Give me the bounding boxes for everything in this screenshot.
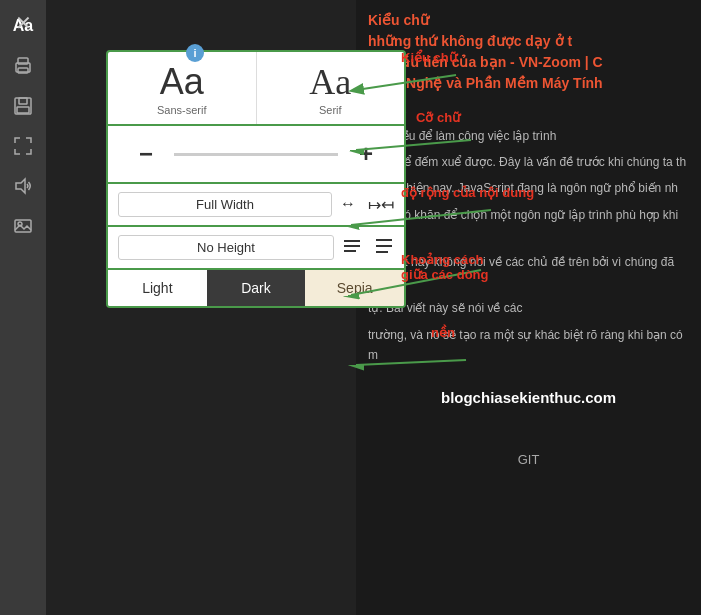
sidebar: ✕ Aa: [0, 0, 46, 615]
article-text-1: rất nhiều để làm công việc lập trình: [368, 126, 689, 146]
width-section: Full Width ↔ ↦↤: [108, 184, 404, 227]
article-text-7: trường, và nó sẽ tạo ra một sự khác biệt…: [368, 325, 689, 366]
article-area: Kiểu chữhhững thứ không được dạy ở tinh …: [356, 0, 701, 615]
compact-lines-svg: [342, 237, 362, 255]
theme-dark-button[interactable]: Dark: [207, 270, 306, 306]
height-icons: [342, 237, 394, 259]
article-git: GIT: [368, 450, 689, 471]
close-button[interactable]: ✕: [8, 8, 38, 38]
decrease-font-button[interactable]: −: [128, 136, 164, 172]
svg-rect-5: [17, 107, 29, 113]
contract-width-icon[interactable]: ↦↤: [368, 195, 394, 214]
font-serif-preview: Aa: [309, 64, 351, 100]
main-content: Kiểu chữhhững thứ không được dạy ở tinh …: [46, 0, 701, 615]
theme-light-button[interactable]: Light: [108, 270, 207, 306]
save-button[interactable]: [5, 88, 41, 124]
font-size-section: − +: [108, 126, 404, 184]
increase-font-button[interactable]: +: [348, 136, 384, 172]
fullscreen-icon: [12, 135, 34, 157]
volume-icon: [12, 175, 34, 197]
line-spacing-compact-icon[interactable]: [342, 237, 362, 259]
article-text-2: lổng thể đếm xuể được. Đây là vấn đề trư…: [368, 152, 689, 172]
article-minutes: minutes: [368, 102, 689, 120]
volume-button[interactable]: [5, 168, 41, 204]
height-section: No Height: [108, 227, 404, 270]
font-section: Aa Sans-serif Aa Serif: [108, 52, 404, 126]
article-text-3: hướng hiện nay. JavaScript đang là ngôn …: [368, 178, 689, 198]
print-button[interactable]: [5, 48, 41, 84]
expand-lines-svg: [374, 237, 394, 255]
font-sans-label: Sans-serif: [157, 104, 207, 116]
svg-rect-2: [18, 68, 28, 73]
article-highlight: blogchiasekienthuc.com: [368, 386, 689, 410]
line-spacing-expand-icon[interactable]: [374, 237, 394, 259]
settings-panel: Aa Sans-serif Aa Serif − + Full Width ↔ …: [106, 50, 406, 308]
image-icon: [12, 215, 34, 237]
print-icon: [12, 55, 34, 77]
height-label: No Height: [118, 235, 334, 260]
svg-rect-7: [15, 220, 31, 232]
svg-marker-6: [16, 179, 25, 193]
font-serif-option[interactable]: Aa Serif: [257, 52, 405, 124]
width-label: Full Width: [118, 192, 332, 217]
width-icons: ↔ ↦↤: [340, 195, 394, 214]
font-size-bar: [174, 153, 338, 156]
info-badge: i: [186, 44, 204, 62]
article-text-5: Bài viết này không nói về các chủ đề trê…: [368, 252, 689, 293]
theme-section: Light Dark Sepia: [108, 270, 404, 306]
font-sans-preview: Aa: [160, 64, 204, 100]
theme-sepia-button[interactable]: Sepia: [305, 270, 404, 306]
expand-width-icon[interactable]: ↔: [340, 195, 356, 214]
image-button[interactable]: [5, 208, 41, 244]
save-icon: [12, 95, 34, 117]
svg-rect-4: [19, 98, 27, 104]
font-sans-serif-option[interactable]: Aa Sans-serif: [108, 52, 257, 124]
article-text-6: tự. Bài viết này sẽ nói về các: [368, 298, 689, 318]
font-serif-label: Serif: [319, 104, 342, 116]
fullscreen-button[interactable]: [5, 128, 41, 164]
article-title: Kiểu chữhhững thứ không được dạy ở tinh …: [368, 10, 689, 94]
article-text-4: thật khó khăn để chọn một ngôn ngữ lập t…: [368, 205, 689, 246]
